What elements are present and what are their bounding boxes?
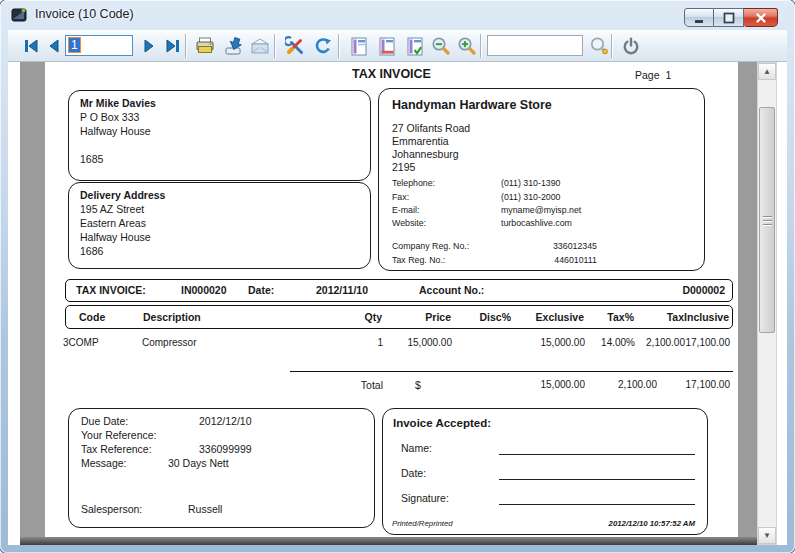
tax-reference-label: Tax Reference: [81,443,152,455]
search-button[interactable] [586,33,612,59]
first-page-icon [23,38,39,54]
salesperson-value: Russell [188,503,222,515]
delivery-postal-code: 1686 [80,245,103,257]
page-indicator: Page 1 [635,69,671,81]
previous-page-icon [46,38,62,54]
col-exclusive: Exclusive [536,311,584,323]
due-date-value: 2012/12/10 [199,415,252,427]
maximize-button[interactable] [714,8,744,27]
message-value: 30 Days Nett [168,457,229,469]
total-tax: 2,100.00 [618,379,657,390]
total-inclusive: 17,100.00 [686,379,731,390]
item-price: 15,000.00 [408,337,453,348]
contact-value: turbocashlive.com [501,218,572,228]
toolbar: 1 [8,30,787,62]
item-tax: 2,100.00 [646,337,685,348]
tools-icon [285,36,305,56]
tax-reg-label: Tax Reg. No.: [392,255,445,265]
total-rule [290,371,733,372]
message-label: Message: [81,457,127,469]
accepted-date-label: Date: [401,467,426,479]
accepted-name-label: Name: [401,442,432,454]
report-app-icon [11,7,27,23]
customer-name: Mr Mike Davies [80,97,156,109]
refresh-button[interactable] [310,33,336,59]
exit-preview-button[interactable] [618,33,644,59]
page-setup-icon [407,37,423,56]
invoice-number: IN000020 [181,284,227,296]
col-description: Description [143,311,201,323]
tax-reg-value: 446010111 [501,255,597,265]
date-label: Date: [248,284,274,296]
page-thumbnails-icon [379,37,395,56]
page-setup-button[interactable] [402,33,428,59]
next-page-icon [141,38,157,54]
col-code: Code [79,311,105,323]
toolbar-separator [611,34,613,58]
contact-value: (011) 310-2000 [501,192,561,202]
account-number: D000002 [682,284,725,296]
due-date-label: Due Date: [81,415,128,427]
item-description: Compressor [142,337,196,348]
col-qty: Qty [364,311,382,323]
delivery-line: Eastern Areas [80,217,146,229]
export-icon [223,37,243,55]
window-title: Invoice (10 Code) [35,0,134,30]
vertical-scrollbar[interactable]: ▲ ▼ [757,62,777,545]
toolbar-separator [274,34,276,58]
scroll-up-button[interactable]: ▲ [758,63,776,80]
toolbar-separator [480,34,482,58]
toolbar-separator [185,34,187,58]
thumb-grip [763,216,772,217]
titlebar[interactable]: Invoice (10 Code) [0,0,795,30]
company-address-line: 27 Olifants Road [392,122,470,134]
company-address-line: Johannesburg [392,148,459,160]
date-signature-line [499,479,695,480]
view-thumbnails-button[interactable] [374,33,400,59]
zoom-out-icon [431,36,451,56]
page-number-input[interactable]: 1 [65,35,133,56]
printed-timestamp: 2012/12/10 10:57:52 AM [609,519,695,528]
table-header-bar: Code Description Qty Price Disc% Exclusi… [65,305,733,329]
contact-value: (011) 310-1390 [501,178,561,188]
minimize-icon [692,11,706,25]
thumb-grip [763,220,772,221]
print-button[interactable] [192,33,218,59]
close-button[interactable] [744,8,778,27]
maximize-icon [722,11,736,25]
company-name: Handyman Hardware Store [392,98,552,112]
invoice-header-bar: TAX INVOICE: IN000020 Date: 2012/11/10 A… [65,279,733,302]
customer-line: Halfway House [80,125,151,137]
your-reference-label: Your Reference: [81,429,157,441]
email-button[interactable] [247,33,273,59]
zoom-in-button[interactable] [454,33,480,59]
page-bottom-shadow [20,537,758,545]
view-outline-button[interactable] [346,33,372,59]
col-price: Price [425,311,451,323]
contact-label: Website: [392,218,426,228]
printed-reprinted-label: Printed/Reprinted [392,519,453,528]
printer-icon [195,37,215,55]
last-page-button[interactable] [160,33,186,59]
caption-buttons [684,8,778,27]
invoice-accepted-title: Invoice Accepted: [393,417,491,429]
previous-page-button[interactable] [41,33,67,59]
scroll-up-icon: ▲ [763,67,771,76]
scroll-down-button[interactable]: ▼ [758,527,776,544]
account-label: Account No.: [419,284,484,296]
minimize-button[interactable] [684,8,714,27]
company-address-line: Emmarentia [392,135,449,147]
item-code: 3COMP [63,337,99,348]
toolbar-separator [338,34,340,58]
last-page-icon [165,38,181,54]
refresh-icon [314,37,332,55]
search-input[interactable] [487,35,583,56]
item-qty: 1 [377,337,383,348]
export-button[interactable] [220,33,246,59]
zoom-out-button[interactable] [428,33,454,59]
tools-button[interactable] [282,33,308,59]
contact-label: Fax: [392,192,409,202]
item-inclusive: 17,100.00 [686,337,731,348]
scrollbar-thumb[interactable] [759,107,775,333]
next-page-button[interactable] [136,33,162,59]
